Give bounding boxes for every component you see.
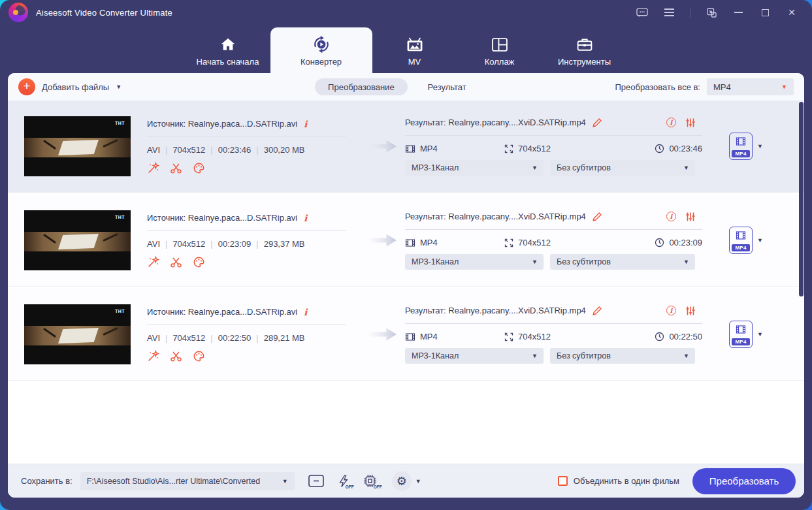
chevron-down-icon[interactable]: ▼ <box>757 143 763 150</box>
resolution-icon <box>504 144 513 153</box>
chevron-down-icon: ▼ <box>781 84 787 90</box>
add-files-button[interactable]: + Добавить файлы ▼ <box>18 78 122 95</box>
scrollbar[interactable] <box>799 102 804 296</box>
channel-watermark: ТНТ <box>115 121 125 125</box>
source-info-icon[interactable]: i <box>304 307 307 317</box>
file-row[interactable]: ТНТ Источник: Realnye.paca...D.SATRip.av… <box>8 289 804 381</box>
rename-icon[interactable] <box>592 118 602 128</box>
source-size: 289,21 MB <box>251 333 304 343</box>
profile-settings-icon[interactable] <box>685 118 696 128</box>
source-info-icon[interactable]: i <box>304 119 307 129</box>
source-resolution: 704x512 <box>160 333 205 343</box>
audio-track-select[interactable]: MP3-1Канал ▼ <box>405 160 544 176</box>
palette-icon[interactable] <box>193 162 205 174</box>
subtitle-select[interactable]: Без субтитров ▼ <box>550 254 695 270</box>
cut-icon[interactable] <box>170 350 182 362</box>
source-resolution: 704x512 <box>160 145 205 155</box>
convert-all-select[interactable]: MP4 ▼ <box>707 78 794 95</box>
film-icon <box>405 144 415 154</box>
format-badge: MP4 <box>732 244 750 251</box>
edit-magic-icon[interactable] <box>147 350 159 362</box>
merge-group: Объединить в один фильм <box>558 476 679 486</box>
cut-icon[interactable] <box>170 256 182 268</box>
subtitle-select[interactable]: Без субтитров ▼ <box>550 348 695 364</box>
source-size: 300,20 MB <box>251 145 304 155</box>
edit-magic-icon[interactable] <box>147 162 159 174</box>
cut-icon[interactable] <box>170 162 182 174</box>
palette-icon[interactable] <box>193 256 205 268</box>
merge-label: Объединить в один фильм <box>574 476 679 486</box>
save-path-select[interactable]: F:\Aiseesoft Studio\Ais...rter Ultimate\… <box>80 472 295 490</box>
tab-mv[interactable]: MV <box>372 25 457 73</box>
format-badge: MP4 <box>732 338 750 345</box>
profile-settings-icon[interactable] <box>685 212 696 222</box>
convert-arrow-icon <box>369 138 398 155</box>
view-tab-convert[interactable]: Преобразование <box>315 78 408 95</box>
tab-tools[interactable]: Инструменты <box>542 25 627 73</box>
view-tab-result[interactable]: Результат <box>428 82 466 92</box>
output-format-button[interactable]: MP4 <box>729 133 753 160</box>
convert-arrow-icon <box>369 326 398 343</box>
chevron-down-icon: ▼ <box>683 259 689 265</box>
file-row[interactable]: ТНТ Источник: Realnye.paca...D.SATRip.av… <box>8 195 804 287</box>
output-info-icon[interactable]: i <box>666 306 676 315</box>
output-format-button[interactable]: MP4 <box>729 227 753 254</box>
audio-track-select[interactable]: MP3-1Канал ▼ <box>405 348 544 364</box>
collage-icon <box>491 33 509 56</box>
feedback-icon[interactable] <box>636 7 648 18</box>
palette-icon[interactable] <box>193 350 205 362</box>
minimize-to-tray-icon[interactable] <box>706 7 717 18</box>
subtitle-select[interactable]: Без субтитров ▼ <box>550 160 695 176</box>
toolbar: + Добавить файлы ▼ Преобразование Резуль… <box>8 73 804 101</box>
resolution-icon <box>504 332 513 342</box>
chevron-down-icon[interactable]: ▼ <box>757 331 763 338</box>
video-thumbnail[interactable]: ТНТ <box>24 116 131 176</box>
result-meta: MP4 704x512 00:23:09 <box>405 238 702 248</box>
edit-magic-icon[interactable] <box>147 256 159 268</box>
convert-arrow-icon <box>369 232 398 249</box>
result-filename: Результат: Realnye.pacany....XviD.SATRip… <box>405 118 586 127</box>
app-logo-icon <box>8 3 28 22</box>
tab-converter[interactable]: Конвертер <box>270 27 372 73</box>
hardware-acceleration-button[interactable]: OFF <box>338 474 349 488</box>
format-badge: MP4 <box>732 150 750 157</box>
file-list: ТНТ Источник: Realnye.paca...D.SATRip.av… <box>8 101 804 464</box>
video-thumbnail[interactable]: ТНТ <box>24 210 131 270</box>
source-resolution: 704x512 <box>160 239 205 249</box>
source-info-icon[interactable]: i <box>304 213 307 223</box>
output-duration: 00:22:50 <box>669 332 702 342</box>
file-row[interactable]: ТНТ Источник: Realnye.paca...D.SATRip.av… <box>8 101 804 193</box>
profile-settings-icon[interactable] <box>685 306 696 316</box>
home-icon <box>219 33 237 56</box>
settings-button[interactable]: ⚙ ▼ <box>392 471 421 491</box>
menu-icon[interactable] <box>663 7 675 18</box>
rename-icon[interactable] <box>592 306 602 316</box>
app-window: Aiseesoft Video Converter Ultimate × Нач… <box>0 0 812 510</box>
video-thumbnail[interactable]: ТНТ <box>24 304 131 364</box>
maximize-icon[interactable] <box>759 7 771 18</box>
open-folder-button[interactable] <box>308 473 325 488</box>
result-block: Результат: Realnye.pacany....XviD.SATRip… <box>405 118 702 176</box>
source-block: Источник: Realnye.paca...D.SATRip.avi i … <box>147 119 346 174</box>
film-icon <box>736 231 746 241</box>
source-meta: AVI704x51200:22:50289,21 MB <box>147 333 346 343</box>
clock-icon <box>655 144 664 153</box>
source-block: Источник: Realnye.paca...D.SATRip.avi i … <box>147 213 346 268</box>
chevron-down-icon[interactable]: ▼ <box>757 237 763 244</box>
convert-button[interactable]: Преобразовать <box>692 468 796 494</box>
gpu-acceleration-button[interactable]: OFF <box>363 473 378 488</box>
tab-home[interactable]: Начать сначала <box>186 25 270 73</box>
output-info-icon[interactable]: i <box>666 118 676 127</box>
output-format-button[interactable]: MP4 <box>729 321 753 348</box>
close-icon[interactable]: × <box>786 7 798 18</box>
minimize-icon[interactable] <box>732 7 744 18</box>
source-filename: Источник: Realnye.paca...D.SATRip.avi <box>147 213 297 223</box>
result-block: Результат: Realnye.pacany....XviD.SATRip… <box>405 306 702 364</box>
merge-checkbox[interactable] <box>558 476 568 486</box>
titlebar-separator <box>690 8 690 18</box>
output-info-icon[interactable]: i <box>666 212 676 221</box>
audio-track-select[interactable]: MP3-1Канал ▼ <box>405 254 544 270</box>
tab-collage[interactable]: Коллаж <box>457 25 542 73</box>
rename-icon[interactable] <box>592 212 602 222</box>
source-meta: AVI704x51200:23:46300,20 MB <box>147 145 346 155</box>
